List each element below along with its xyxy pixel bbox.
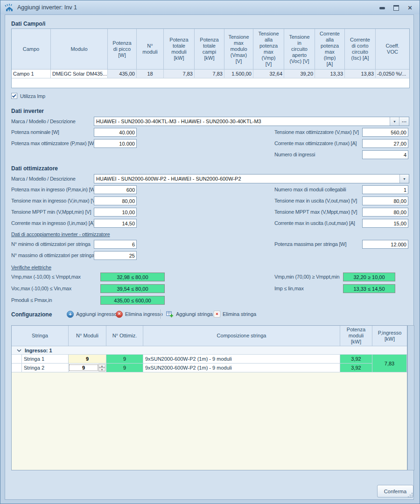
maximize-button[interactable]	[392, 4, 400, 12]
cell-potenza-totale-campi[interactable]: 7,83	[195, 70, 224, 78]
potenza-max-ottimizzatore-field[interactable]: 10.000	[94, 139, 137, 148]
column-header-potenza-moduli[interactable]: Potenza moduli [kW]	[340, 326, 372, 346]
numero-max-moduli-field[interactable]: 1	[362, 185, 408, 194]
section-title-dati-campi: Dati Campo/i	[11, 21, 45, 27]
ottimizzatore-model-combobox[interactable]: HUAWEI - SUN2000-600W-P2 - HUAWEI - SUN2…	[94, 174, 409, 183]
column-header-stringa[interactable]: Stringa	[12, 326, 69, 346]
minimize-button[interactable]	[378, 4, 386, 12]
section-title-verifiche: Verifiche elettriche	[11, 265, 51, 270]
cell-potenza-totale-moduli[interactable]: 7,83	[164, 70, 195, 78]
max-ottimizzatori-field[interactable]: 25	[94, 251, 137, 260]
ellipsis-icon: …	[402, 118, 407, 123]
config-table-scrollbar[interactable]	[407, 325, 414, 470]
potenza-nominale-field[interactable]: 40.000	[94, 128, 137, 137]
corrente-max-uscita-field[interactable]: 15,00	[362, 219, 408, 228]
add-table-icon	[166, 310, 174, 318]
cell-n-moduli[interactable]: 9	[69, 355, 106, 364]
utilizza-imp-checkbox[interactable]	[11, 93, 17, 99]
field-label: Tensione MPPT max (V,Mppt,max) [V]	[274, 209, 357, 215]
numero-ingressi-field[interactable]: 4	[362, 150, 408, 159]
aggiungi-stringa-button[interactable]: Aggiungi stringa	[166, 309, 213, 319]
moduli-spinner: ▲ ▼	[98, 364, 105, 371]
cell-modulo[interactable]: DMEGC Solar DM435...	[51, 70, 108, 78]
corrente-max-ingresso-field[interactable]: 14,50	[94, 219, 137, 228]
cell-tensione-max[interactable]: 1.500,00	[224, 70, 253, 78]
configurazione-table-header: Stringa N° Moduli N° Ottimiz. Composizio…	[12, 326, 407, 346]
column-header-tensione-voc[interactable]: Tensione in circuito aperto (Voc) [V]	[284, 29, 315, 70]
spinner-up-button[interactable]: ▲	[98, 364, 105, 368]
cell-n-moduli-editor[interactable]: 9 ▲ ▼	[69, 364, 106, 372]
chevron-down-icon: ▼	[403, 177, 406, 181]
aggiungi-ingresso-button[interactable]: + Aggiungi ingresso	[67, 309, 117, 319]
cell-potenza-moduli: 3,92	[340, 355, 372, 364]
toolbar-separator	[161, 309, 161, 319]
column-header-p-ingresso[interactable]: P,ingresso [kW]	[372, 326, 407, 346]
ottimizzatore-combo-label: Marca / Modello / Descrizione	[11, 176, 76, 182]
field-label: Corrente max in ingresso (I,in,max) [A]	[11, 220, 95, 226]
field-label: N° minimo di ottimizzatori per stringa	[11, 241, 91, 247]
cell-potenza-picco[interactable]: 435,00	[108, 70, 137, 78]
cell-n-moduli[interactable]: 18	[137, 70, 164, 78]
potenza-max-ingresso-field[interactable]: 600	[94, 185, 137, 194]
column-header-tensione-vmp[interactable]: Tensione alla potenza max (Vmp) [V]	[253, 29, 284, 70]
campi-table-header: Campo Modulo Potenza di picco [W] N° mod…	[12, 29, 409, 70]
min-ottimizzatori-field[interactable]: 6	[94, 240, 137, 249]
elimina-ingresso-button[interactable]: ✕ Elimina ingresso	[116, 309, 163, 319]
title-bar: Aggiungi inverter: Inv 1 ✕	[0, 0, 420, 14]
section-title-accoppiamento: Dati di accoppiamento inverter - ottimiz…	[11, 231, 110, 237]
cell-p-ingresso: 7,83	[372, 355, 407, 372]
cell-n-ottimiz: 9	[106, 364, 143, 372]
configurazione-table: Stringa N° Moduli N° Ottimiz. Composizio…	[11, 325, 407, 470]
minimize-icon	[379, 7, 385, 9]
potenza-massima-stringa-field[interactable]: 12.000	[362, 240, 408, 249]
inverter-model-combobox[interactable]: HUAWEI - SUN2000-30-40KTL-M3 - HUAWEI - …	[94, 117, 409, 126]
column-header-potenza-totale-campi[interactable]: Potenza totale campi [kW]	[195, 29, 224, 70]
cell-campo[interactable]: Campo 1	[12, 70, 51, 78]
cell-composizione[interactable]: 9xSUN2000-600W-P2 (1m) - 9 moduli	[143, 355, 340, 364]
column-header-n-moduli[interactable]: N° moduli	[137, 29, 164, 70]
column-header-n-ottimiz[interactable]: N° Ottimiz.	[106, 326, 143, 346]
column-header-modulo[interactable]: Modulo	[51, 29, 108, 70]
group-row-ingresso-1[interactable]: Ingresso: 1	[12, 346, 407, 355]
configurazione-table-body: Stringa 1 9 9 9xSUN2000-600W-P2 (1m) - 9…	[12, 355, 407, 372]
field-label: Corrente max in uscita (I,out,max) [A]	[274, 220, 355, 226]
column-header-corrente-isc[interactable]: Corrente di corto circuito (Isc) [A]	[345, 29, 376, 70]
chevron-down-icon	[17, 349, 21, 352]
moduli-editor-value[interactable]: 9	[69, 364, 98, 371]
cell-stringa-name[interactable]: Stringa 1	[22, 355, 69, 364]
cell-tensione-vmp[interactable]: 32,64	[253, 70, 284, 78]
row-indicator	[12, 355, 22, 364]
tensione-max-ottimizzatore-field[interactable]: 560,00	[362, 128, 408, 137]
inverter-combo-browse-button[interactable]: …	[399, 117, 409, 126]
cell-coeff-voc[interactable]: -0,0250 %/...	[376, 70, 409, 78]
resize-grip[interactable]	[408, 493, 413, 497]
tensione-mppt-min-field[interactable]: 10,00	[94, 208, 137, 217]
corrente-max-ottimizzatore-field[interactable]: 27,00	[362, 139, 408, 148]
column-header-composizione[interactable]: Composizione stringa	[143, 326, 340, 346]
cell-composizione[interactable]: 9xSUN2000-600W-P2 (1m) - 9 moduli	[143, 364, 340, 372]
cell-stringa-name[interactable]: Stringa 2	[22, 364, 69, 372]
tensione-mppt-max-field[interactable]: 80,00	[362, 208, 408, 217]
ottimizzatore-combo-dropdown-button[interactable]: ▼	[399, 175, 409, 183]
tensione-max-ingresso-field[interactable]: 80,00	[94, 196, 137, 205]
column-header-n-moduli[interactable]: N° Moduli	[69, 326, 106, 346]
inverter-combo-dropdown-button[interactable]: ▼	[390, 117, 399, 126]
verify-label: Pmoduli ≤ Pmax,in	[11, 297, 52, 303]
elimina-stringa-button[interactable]: ✕ Elimina stringa	[214, 309, 256, 319]
spinner-down-button[interactable]: ▼	[98, 368, 105, 371]
cell-corrente-imp[interactable]: 13,33	[315, 70, 345, 78]
add-circle-icon: +	[67, 311, 74, 318]
field-label: Tensione MPPT min (V,Mppt,min) [V]	[11, 209, 91, 215]
column-header-campo[interactable]: Campo	[12, 29, 51, 70]
tensione-max-uscita-field[interactable]: 80,00	[362, 196, 408, 205]
cell-corrente-isc[interactable]: 13,83	[345, 70, 376, 78]
field-label: Corrente max ottimizzatore (I,max) [A]	[274, 140, 357, 146]
column-header-potenza-totale-moduli[interactable]: Potenza totale moduli [kW]	[164, 29, 195, 70]
column-header-potenza-picco[interactable]: Potenza di picco [W]	[108, 29, 137, 70]
cell-n-ottimiz: 9	[106, 355, 143, 364]
column-header-coeff-voc[interactable]: Coeff. VOC	[376, 29, 409, 70]
column-header-tensione-max[interactable]: Tensione max modulo (Vmax) [V]	[224, 29, 253, 70]
close-button[interactable]: ✕	[406, 4, 414, 12]
column-header-corrente-imp[interactable]: Corrente alla potenza max (Imp) [A]	[315, 29, 345, 70]
cell-tensione-voc[interactable]: 39,20	[284, 70, 315, 78]
